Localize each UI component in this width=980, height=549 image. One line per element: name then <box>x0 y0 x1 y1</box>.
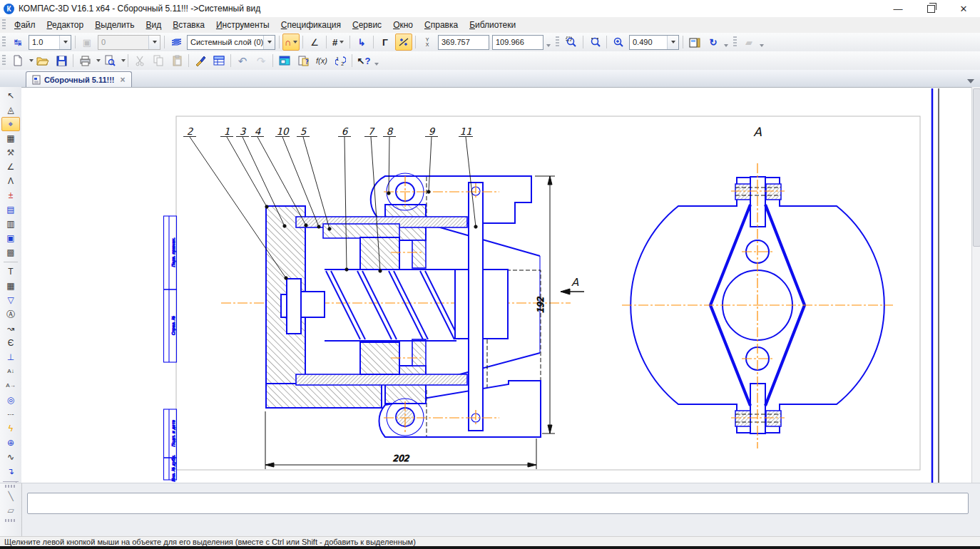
menu-grip[interactable] <box>2 19 6 31</box>
ortho-mode-button[interactable]: Γ <box>377 34 394 51</box>
layers-icon[interactable] <box>168 34 185 51</box>
angle-snap-button[interactable]: ∠ <box>306 34 323 51</box>
menu-help[interactable]: Справка <box>419 19 464 31</box>
toolbar-overflow[interactable] <box>374 63 379 66</box>
view-arrow-down-tool[interactable]: A↓ <box>1 364 20 379</box>
close-button[interactable]: ✕ <box>947 0 980 17</box>
insert-view-tool[interactable]: ▣ <box>1 231 20 245</box>
build-tool[interactable]: ⚒ <box>1 145 20 160</box>
print-button[interactable] <box>76 52 93 69</box>
palette-grip[interactable] <box>5 519 16 522</box>
tab-close-icon[interactable]: × <box>121 75 126 85</box>
snap-points-toggle[interactable] <box>395 34 412 51</box>
restore-button[interactable] <box>914 0 947 17</box>
zoom-scale-button[interactable] <box>610 34 627 51</box>
scrollbar-thumb[interactable] <box>973 88 980 247</box>
angle-measure-tool[interactable]: ∠ <box>1 160 20 174</box>
designations-tool[interactable]: ⌖ <box>1 117 20 131</box>
vertical-scrollbar[interactable] <box>971 87 980 483</box>
cursor-step-combo[interactable]: 1.0 <box>29 35 71 50</box>
zoom-frame-button[interactable] <box>563 34 580 51</box>
minimize-button[interactable]: — <box>882 0 914 17</box>
tab-assembly-document[interactable]: Сборочный 5.11!!! × <box>26 71 132 87</box>
measure-tool[interactable]: Λ <box>1 174 20 188</box>
new-document-button[interactable] <box>9 52 26 69</box>
quick-divide-tool[interactable]: ϟ <box>1 421 20 436</box>
help-topics-button[interactable]: ? <box>295 52 312 69</box>
toolbar-grip[interactable] <box>2 55 6 66</box>
chevron-down-icon[interactable] <box>121 59 126 62</box>
toolbar-overflow[interactable] <box>546 44 551 47</box>
copy-properties-button[interactable] <box>192 52 209 69</box>
break-line-tool[interactable]: ∿ <box>1 450 20 464</box>
print-preview-button[interactable] <box>101 52 118 69</box>
toolbar-overflow[interactable] <box>724 44 728 47</box>
geometry-tool[interactable]: ◬ <box>1 103 20 117</box>
message-input-panel[interactable] <box>27 493 969 514</box>
zoom-area-button[interactable] <box>586 34 603 51</box>
grid-toggle-button[interactable]: # <box>330 34 347 51</box>
menu-editor[interactable]: Редактор <box>41 19 90 31</box>
select-cursor-tool[interactable]: ↖ <box>1 88 20 103</box>
zoom-combo[interactable]: 0.490 <box>629 35 679 50</box>
combo-arrow[interactable] <box>59 36 71 49</box>
cursor-step-icon[interactable]: ↹ <box>9 34 26 51</box>
snap-magnet-toggle[interactable]: ∩ <box>282 34 300 51</box>
combo-arrow[interactable] <box>263 36 275 49</box>
menu-window[interactable]: Окно <box>387 19 419 31</box>
save-fragment-tool[interactable]: ▤ <box>1 202 20 217</box>
menu-insert[interactable]: Вставка <box>167 19 210 31</box>
menu-tools[interactable]: Инструменты <box>210 19 275 31</box>
menu-select[interactable]: Выделить <box>89 19 140 31</box>
text-tool[interactable]: T <box>1 265 20 279</box>
position-flag-tool[interactable]: ◎ <box>1 393 20 407</box>
menu-service[interactable]: Сервис <box>347 19 387 31</box>
table-tool[interactable]: ▦ <box>1 279 20 293</box>
layer-combo[interactable]: Системный слой (0) <box>187 35 275 50</box>
tab-list-dropdown[interactable] <box>967 79 974 83</box>
palette-grip[interactable] <box>5 485 16 488</box>
x-coordinate-field[interactable]: 369.757 <box>438 35 489 50</box>
y-coordinate-field[interactable]: 109.966 <box>492 35 543 50</box>
chevron-down-icon[interactable] <box>96 59 101 62</box>
undo-button[interactable]: ↶ <box>234 52 251 69</box>
view-label-tool[interactable]: Ⓐ <box>1 307 20 322</box>
copies-tool[interactable]: ▩ <box>1 245 20 260</box>
spec-document-tool[interactable]: ▥ <box>1 217 20 231</box>
chevron-down-icon[interactable] <box>340 41 344 43</box>
properties-table-button[interactable] <box>210 52 228 69</box>
chevron-down-icon[interactable] <box>293 41 297 43</box>
menu-view[interactable]: Вид <box>141 19 168 31</box>
plus-minus-tool[interactable]: ± <box>1 188 20 202</box>
refresh-view-button[interactable]: ↻ <box>705 34 722 51</box>
plane-palette-item[interactable]: ▱ <box>2 503 19 518</box>
centerline-tool[interactable]: -·- <box>1 407 20 421</box>
arrow-leader-tool[interactable]: ↴ <box>1 464 20 478</box>
local-cs-button[interactable]: ↳ <box>353 34 370 51</box>
polyline-arrow-tool[interactable]: ↝ <box>1 322 20 336</box>
menu-libraries[interactable]: Библиотеки <box>464 19 521 31</box>
grid-edit-tool[interactable]: ▦ <box>1 131 20 145</box>
chevron-down-icon[interactable] <box>29 59 34 62</box>
toolbar-grip[interactable] <box>2 36 6 48</box>
center-marker-tool[interactable]: ⊕ <box>1 436 20 450</box>
segment-palette-item[interactable]: ╲ <box>2 489 19 503</box>
leader-tool[interactable]: Є <box>1 336 20 350</box>
open-document-button[interactable] <box>34 52 51 69</box>
menu-specification[interactable]: Спецификация <box>275 19 347 31</box>
variables-button[interactable]: f(x) <box>313 52 330 69</box>
menu-file[interactable]: Файл <box>9 19 41 31</box>
datum-symbol-tool[interactable]: ▽ <box>1 293 20 307</box>
save-button[interactable] <box>53 52 70 69</box>
combo-arrow[interactable] <box>667 36 678 49</box>
toolbar-overflow[interactable] <box>760 44 764 47</box>
show-document-button[interactable] <box>686 34 703 51</box>
drawing-canvas[interactable]: Перв. примен. Справ. № Подп. и дата Инв.… <box>21 87 971 483</box>
toolbar-grip[interactable] <box>556 36 559 48</box>
base-symbol-tool[interactable]: ⊥ <box>1 350 20 364</box>
renumber-button[interactable]: 12 <box>332 52 349 69</box>
context-help-button[interactable]: ↖? <box>355 52 372 69</box>
window-manager-button[interactable] <box>276 52 293 69</box>
toolbar-grip[interactable] <box>733 36 737 48</box>
view-arrow-right-tool[interactable]: A→ <box>1 379 20 393</box>
